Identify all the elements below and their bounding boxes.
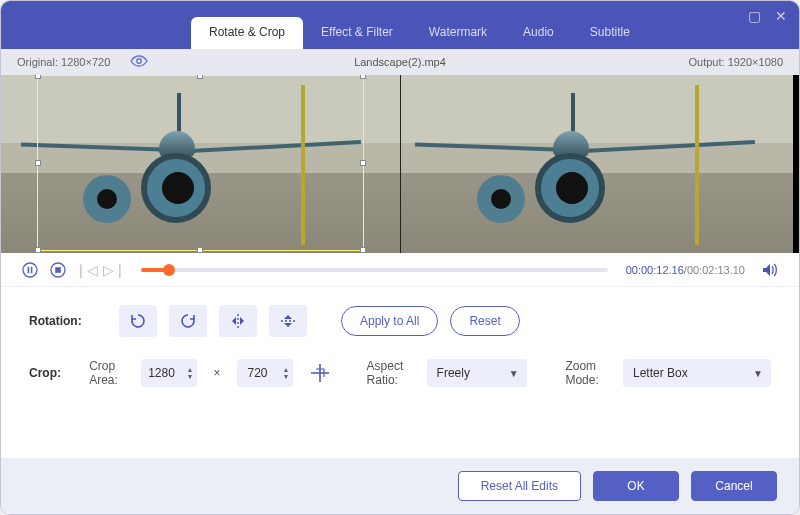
zoom-mode-combo[interactable]: Letter Box ▼ — [623, 359, 771, 387]
info-strip: Original: 1280×720 Landscape(2).mp4 Outp… — [1, 49, 799, 75]
chevron-down-icon: ▼ — [509, 368, 519, 379]
crop-height-up[interactable]: ▲ — [283, 366, 290, 373]
aspect-ratio-combo[interactable]: Freely ▼ — [427, 359, 527, 387]
crop-times: × — [209, 366, 224, 380]
crop-height-down[interactable]: ▼ — [283, 373, 290, 380]
svg-rect-3 — [31, 266, 33, 272]
crop-area-label: Crop Area: — [89, 359, 124, 387]
svg-rect-5 — [55, 267, 61, 273]
crop-handle-br[interactable] — [360, 247, 366, 253]
maximize-icon[interactable]: ▢ — [748, 9, 761, 23]
apply-to-all-button[interactable]: Apply to All — [341, 306, 438, 336]
player-bar: ❘◁ ▷❘ 00:00:12.16/00:02:13.10 — [1, 253, 799, 287]
titlebar: Rotate & Crop Effect & Filter Watermark … — [1, 1, 799, 49]
rotate-left-button[interactable] — [119, 305, 157, 337]
tab-subtitle[interactable]: Subtitle — [572, 17, 648, 49]
stop-button[interactable] — [49, 261, 67, 279]
flip-horizontal-button[interactable] — [219, 305, 257, 337]
crop-height-input[interactable] — [237, 366, 279, 380]
prev-frame-button[interactable]: ❘◁ — [77, 261, 95, 279]
original-size-label: Original: 1280×720 — [17, 56, 110, 68]
crop-handle-tl[interactable] — [35, 75, 41, 79]
tab-watermark[interactable]: Watermark — [411, 17, 505, 49]
tab-audio[interactable]: Audio — [505, 17, 572, 49]
crop-frame[interactable] — [37, 75, 364, 251]
volume-icon[interactable] — [761, 261, 779, 279]
preview-original[interactable] — [1, 75, 401, 253]
crop-handle-mr[interactable] — [360, 160, 366, 166]
preview-eye-icon[interactable] — [130, 55, 148, 69]
crop-width-spin[interactable]: ▲▼ — [141, 359, 198, 387]
output-size-label: Output: 1920×1080 — [689, 56, 784, 68]
svg-rect-2 — [28, 266, 30, 272]
crop-width-up[interactable]: ▲ — [187, 366, 194, 373]
crop-handle-tm[interactable] — [197, 75, 203, 79]
zoom-mode-label: Zoom Mode: — [565, 359, 607, 387]
reset-all-edits-button[interactable]: Reset All Edits — [458, 471, 581, 501]
crop-width-down[interactable]: ▼ — [187, 373, 194, 380]
filename-label: Landscape(2).mp4 — [354, 56, 446, 68]
tab-rotate-crop[interactable]: Rotate & Crop — [191, 17, 303, 49]
crop-width-input[interactable] — [141, 366, 183, 380]
preview-row — [1, 75, 799, 253]
cancel-button[interactable]: Cancel — [691, 471, 777, 501]
crop-handle-bl[interactable] — [35, 247, 41, 253]
preview-output — [401, 75, 800, 253]
editor-window: Rotate & Crop Effect & Filter Watermark … — [0, 0, 800, 515]
svg-point-1 — [23, 263, 37, 277]
chevron-down-icon: ▼ — [753, 368, 763, 379]
seek-knob[interactable] — [163, 264, 175, 276]
svg-point-0 — [137, 59, 141, 63]
flip-vertical-button[interactable] — [269, 305, 307, 337]
reset-rotation-button[interactable]: Reset — [450, 306, 519, 336]
crop-handle-bm[interactable] — [197, 247, 203, 253]
footer: Reset All Edits OK Cancel — [1, 458, 799, 514]
pause-button[interactable] — [21, 261, 39, 279]
close-icon[interactable]: ✕ — [775, 9, 787, 23]
next-frame-button[interactable]: ▷❘ — [105, 261, 123, 279]
ok-button[interactable]: OK — [593, 471, 679, 501]
rotate-right-button[interactable] — [169, 305, 207, 337]
window-controls: ▢ ✕ — [748, 9, 787, 23]
tab-strip: Rotate & Crop Effect & Filter Watermark … — [191, 1, 648, 49]
crop-handle-ml[interactable] — [35, 160, 41, 166]
seek-slider[interactable] — [141, 268, 608, 272]
rotation-label: Rotation: — [29, 314, 107, 328]
center-crop-button[interactable] — [309, 359, 331, 387]
crop-handle-tr[interactable] — [360, 75, 366, 79]
timecode: 00:00:12.16/00:02:13.10 — [626, 264, 745, 276]
controls-panel: Rotation: Apply to All Reset Crop: Crop … — [1, 287, 799, 409]
crop-height-spin[interactable]: ▲▼ — [237, 359, 294, 387]
crop-row: Crop: Crop Area: ▲▼ × ▲▼ Aspect Ratio: F… — [29, 359, 771, 387]
crop-label: Crop: — [29, 366, 77, 380]
zoom-mode-value: Letter Box — [633, 366, 688, 380]
tab-effect-filter[interactable]: Effect & Filter — [303, 17, 411, 49]
rotation-row: Rotation: Apply to All Reset — [29, 305, 771, 337]
aspect-ratio-value: Freely — [437, 366, 470, 380]
aspect-ratio-label: Aspect Ratio: — [367, 359, 411, 387]
